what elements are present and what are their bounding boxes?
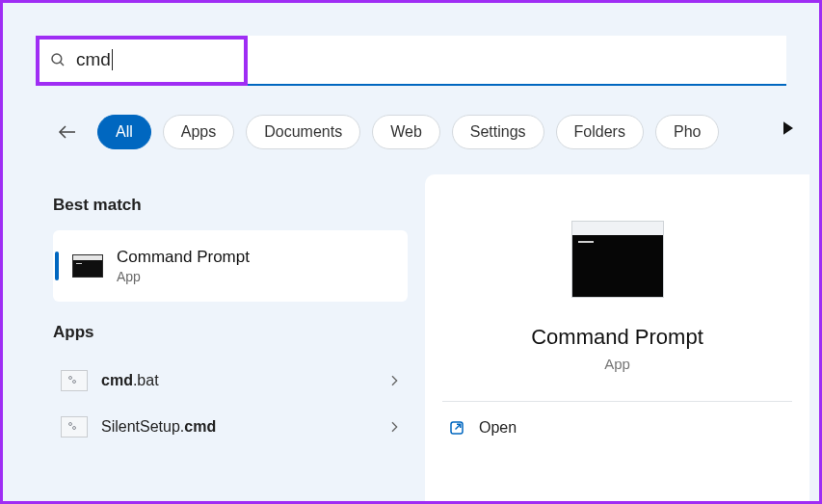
- bat-file-icon: [61, 370, 88, 391]
- windows-search-popup: cmd AllAppsDocumentsWebSettingsFoldersPh…: [0, 0, 822, 504]
- open-action[interactable]: Open: [442, 402, 792, 437]
- svg-point-5: [73, 381, 76, 384]
- app-result-label: cmd.bat: [101, 372, 159, 389]
- svg-line-1: [61, 63, 64, 66]
- bat-file-icon: [61, 416, 88, 438]
- back-button[interactable]: [53, 118, 82, 146]
- result-text-group: Command Prompt App: [117, 248, 250, 284]
- filter-folders[interactable]: Folders: [556, 115, 644, 149]
- chevron-right-icon: [386, 373, 402, 388]
- search-bar-container: cmd: [36, 36, 786, 86]
- app-preview-kind: App: [604, 356, 630, 372]
- scroll-right-button[interactable]: [779, 119, 802, 142]
- svg-marker-3: [783, 121, 793, 134]
- result-subtitle: App: [117, 269, 250, 284]
- app-result-0[interactable]: cmd.bat: [53, 358, 408, 404]
- search-query: cmd: [76, 49, 113, 71]
- app-result-label: SilentSetup.cmd: [101, 418, 216, 436]
- filter-apps[interactable]: Apps: [163, 115, 234, 149]
- app-preview-icon: [571, 221, 664, 298]
- results-area: Best match Command Prompt App Apps cmd.b…: [3, 174, 819, 501]
- result-title: Command Prompt: [117, 248, 250, 267]
- preview-pane: Command Prompt App Open: [425, 174, 809, 501]
- svg-point-4: [69, 377, 72, 380]
- command-prompt-icon: [72, 254, 103, 278]
- svg-line-9: [456, 424, 461, 429]
- filter-all[interactable]: All: [97, 115, 151, 149]
- open-icon: [448, 419, 465, 437]
- results-list: Best match Command Prompt App Apps cmd.b…: [3, 174, 425, 501]
- filter-documents[interactable]: Documents: [246, 115, 360, 149]
- filter-settings[interactable]: Settings: [452, 115, 544, 149]
- search-bar[interactable]: cmd: [36, 36, 786, 86]
- svg-point-6: [69, 423, 72, 426]
- app-preview-title: Command Prompt: [531, 325, 703, 350]
- filter-pho[interactable]: Pho: [655, 115, 719, 149]
- search-icon: [49, 51, 66, 68]
- open-label: Open: [479, 419, 517, 437]
- filter-web[interactable]: Web: [372, 115, 440, 149]
- selection-indicator: [55, 252, 59, 280]
- filter-row: AllAppsDocumentsWebSettingsFoldersPho: [53, 111, 792, 153]
- best-match-result[interactable]: Command Prompt App: [53, 230, 408, 302]
- chevron-right-icon: [386, 419, 402, 435]
- best-match-header: Best match: [53, 196, 408, 215]
- text-cursor: [112, 49, 113, 70]
- apps-section-header: Apps: [53, 323, 408, 342]
- app-result-1[interactable]: SilentSetup.cmd: [53, 404, 408, 450]
- svg-point-0: [52, 54, 62, 64]
- svg-point-7: [73, 427, 76, 430]
